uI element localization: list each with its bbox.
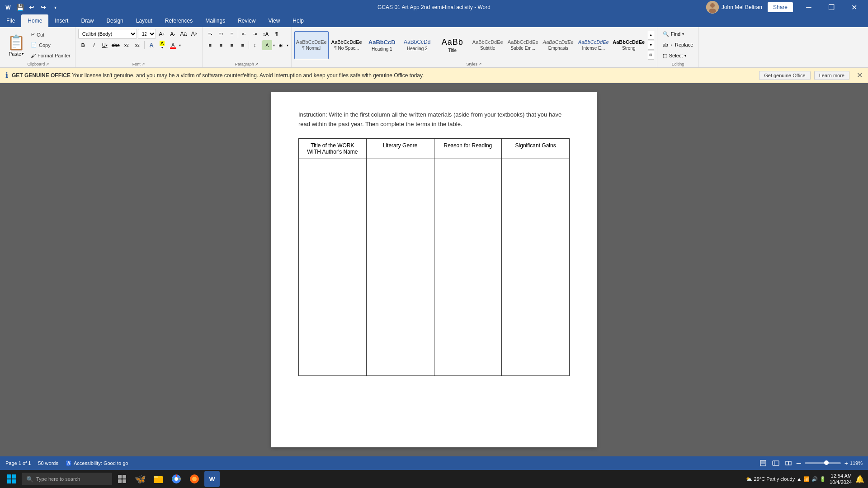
decrease-indent-button[interactable]: ⇤ [239,29,249,39]
bullets-button[interactable]: ≡• [205,29,215,39]
notification-close-button[interactable]: ✕ [857,71,863,80]
clear-formatting-button[interactable]: A✕ [189,29,199,39]
style-subtitle[interactable]: AaBbCcDdEe Subtitle [471,31,505,59]
style-normal[interactable]: AaBbCcDdEe ¶ Normal [294,31,329,59]
bold-button[interactable]: B [78,40,88,50]
shading-button[interactable]: A [262,40,272,50]
font-family-select[interactable]: Calibri (Body) [78,29,137,39]
styles-label[interactable]: Styles ↗ [466,62,482,66]
italic-button[interactable]: I [89,40,99,50]
clipboard-label[interactable]: Clipboard ↗ [28,62,50,66]
status-page[interactable]: Page 1 of 1 [5,460,31,466]
styles-scroll-up[interactable]: ▲ [648,31,654,40]
tab-view[interactable]: View [262,14,287,27]
paste-button[interactable]: 📋 Paste ▾ [5,33,28,57]
align-center-button[interactable]: ≡ [216,40,226,50]
font-label[interactable]: Font ↗ [132,62,145,66]
quick-access-dropdown[interactable]: ▾ [51,3,60,12]
style-no-spacing[interactable]: AaBbCcDdEe ¶ No Spac... [330,31,364,59]
taskbar-firefox-icon[interactable] [186,471,203,487]
tab-references[interactable]: References [159,14,199,27]
underline-button[interactable]: U▾ [100,40,110,50]
taskbar-chrome-icon[interactable] [168,471,184,487]
paragraph-label[interactable]: Paragraph ↗ [235,62,259,66]
styles-scroll-down[interactable]: ▼ [648,41,654,50]
font-grow-button[interactable]: A+ [157,29,167,39]
learn-more-button[interactable]: Learn more [814,71,849,80]
table-cell-col4[interactable] [502,159,570,375]
shading-dropdown[interactable]: ▾ [273,43,275,47]
highlight-color-button[interactable]: A ▾ [157,40,167,50]
volume-icon[interactable]: 🔊 [811,476,818,482]
font-color-dropdown[interactable]: ▾ [179,43,181,47]
clock[interactable]: 12:54 AM 10/4/2024 [830,473,852,486]
font-shrink-button[interactable]: A- [168,29,178,39]
save-icon[interactable]: 💾 [15,3,24,12]
line-spacing-button[interactable]: ↕ [250,40,260,50]
tab-design[interactable]: Design [100,14,129,27]
table-cell-col3[interactable] [434,159,502,375]
status-words[interactable]: 50 words [38,460,58,466]
sort-button[interactable]: ↕A [261,29,271,39]
find-dropdown[interactable]: ▾ [682,32,684,36]
minimize-button[interactable]: ─ [798,0,819,14]
taskbar-word-icon[interactable]: W [204,471,220,487]
task-view-button[interactable] [114,471,130,487]
print-layout-view-button[interactable] [759,459,768,468]
style-heading1[interactable]: AaBbCcD Heading 1 [365,31,399,59]
redo-icon[interactable]: ↪ [39,3,48,12]
read-mode-view-button[interactable] [784,459,793,468]
find-button[interactable]: 🔍 Find ▾ [660,29,687,39]
align-left-button[interactable]: ≡ [205,40,215,50]
show-hidden-icon[interactable]: ▲ [797,476,802,482]
status-accessibility[interactable]: ♿ Accessibility: Good to go [66,460,128,466]
style-title[interactable]: AaBb Title [435,31,470,59]
borders-button[interactable]: ⊞ [276,40,286,50]
tab-mailings[interactable]: Mailings [199,14,231,27]
zoom-slider[interactable] [805,462,841,464]
increase-indent-button[interactable]: ⇥ [250,29,260,39]
justify-button[interactable]: ≡ [238,40,248,50]
zoom-out-button[interactable]: ─ [797,460,801,467]
format-painter-button[interactable]: 🖌 Format Painter [29,51,72,61]
notification-button[interactable]: 🔔 [855,475,864,483]
battery-icon[interactable]: 🔋 [820,476,826,482]
show-formatting-button[interactable]: ¶ [272,29,282,39]
restore-button[interactable]: ❐ [821,0,842,14]
style-strong[interactable]: AaBbCcDdEe Strong [612,31,646,59]
style-heading2[interactable]: AaBbCcDd Heading 2 [400,31,434,59]
style-subtle-em[interactable]: AaBbCcDdEe Subtle Em... [506,31,540,59]
taskbar-butterfly-icon[interactable]: 🦋 [132,471,148,487]
paste-dropdown-icon[interactable]: ▾ [22,52,24,56]
tab-review[interactable]: Review [231,14,262,27]
subscript-button[interactable]: x2 [122,40,132,50]
table-cell-col2[interactable] [366,159,434,375]
tab-draw[interactable]: Draw [75,14,100,27]
share-button[interactable]: Share [768,2,793,12]
font-size-select[interactable]: 12 [138,29,156,39]
zoom-in-button[interactable]: + [844,460,848,467]
tab-file[interactable]: File [0,14,21,27]
style-intense-e[interactable]: AaBbCcDdEe Intense E... [576,31,611,59]
multilevel-list-button[interactable]: ≡ [227,29,237,39]
styles-expand[interactable]: ⊞ [648,51,654,60]
zoom-level[interactable]: 119% [850,460,863,466]
tab-help[interactable]: Help [286,14,310,27]
style-emphasis[interactable]: AaBbCcDdEe Emphasis [541,31,576,59]
underline-dropdown[interactable]: ▾ [106,43,108,47]
change-case-button[interactable]: Aa [179,29,189,39]
start-button[interactable] [4,471,20,487]
font-color-button[interactable]: A [168,40,178,50]
select-dropdown[interactable]: ▾ [684,54,686,58]
text-effects-button[interactable]: A [146,40,156,50]
network-icon[interactable]: 📶 [803,476,810,482]
tab-home[interactable]: Home [21,14,48,27]
taskbar-search[interactable]: 🔍 Type here to search [22,473,112,485]
align-right-button[interactable]: ≡ [227,40,237,50]
replace-button[interactable]: ab→ Replace [660,40,696,50]
get-genuine-office-button[interactable]: Get genuine Office [759,71,811,80]
tab-insert[interactable]: Insert [48,14,75,27]
tab-layout[interactable]: Layout [130,14,159,27]
document-area[interactable]: Instruction: Write in the first column a… [0,83,868,456]
table-cell-col1[interactable] [299,159,367,375]
